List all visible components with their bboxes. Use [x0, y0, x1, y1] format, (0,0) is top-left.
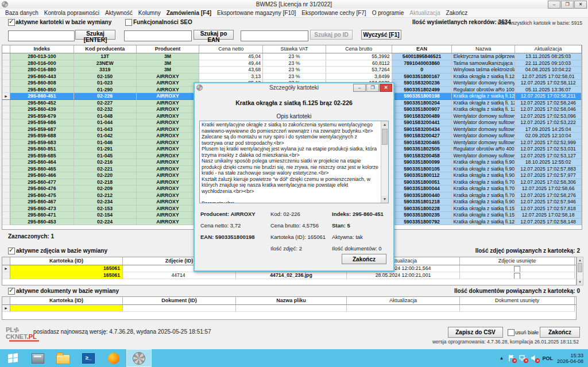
column-header-producent[interactable]: Producent [137, 45, 200, 53]
row-selector[interactable] [2, 106, 10, 113]
column-header-ean[interactable]: EAN [392, 45, 452, 53]
minimize-icon[interactable]: – [548, 1, 560, 9]
row-selector[interactable] [2, 93, 10, 100]
row-selector[interactable] [2, 67, 10, 74]
row-selector[interactable] [2, 212, 10, 219]
active-photos-checkbox[interactable] [8, 248, 15, 254]
photos-scrollbar[interactable]: ▲ ▼ [577, 257, 583, 285]
row-selector[interactable] [2, 172, 10, 179]
dialog-minimize-icon[interactable]: – [353, 84, 366, 92]
photos-header-kartoteka[interactable]: Kartoteka (ID) [10, 257, 123, 265]
row-selector[interactable] [2, 80, 10, 87]
row-selector[interactable] [2, 199, 10, 206]
menu-item[interactable]: Zamówienia [F4] [164, 10, 214, 16]
hidden-icons-chevron-icon[interactable]: ▲ [500, 356, 504, 361]
action-center-flag-icon[interactable]: ✕ [508, 354, 515, 362]
row-selector[interactable] [2, 159, 10, 166]
documents-header-nazwa-pliku[interactable]: Nazwa pliku [236, 297, 347, 304]
menu-item[interactable]: Aktywność [102, 10, 136, 16]
document-row[interactable] [2, 305, 576, 312]
scroll-thumb[interactable] [578, 263, 582, 272]
menu-item[interactable]: Kolumny [136, 10, 164, 16]
table-row[interactable]: 280-016-000 23NEW 3M 49,44 23 % 60,8112 … [2, 60, 582, 67]
column-header-cena-brutto[interactable]: Cena brutto [326, 45, 392, 53]
row-selector[interactable] [2, 272, 10, 279]
taskbar-bwm2s-active[interactable] [126, 349, 152, 367]
clear-button[interactable]: Wyczyść [F1] [361, 30, 401, 40]
row-selector[interactable] [2, 140, 10, 146]
row-selector[interactable] [2, 100, 10, 107]
row-selector[interactable] [2, 305, 10, 312]
row-selector[interactable] [2, 119, 10, 126]
menu-item[interactable]: Zakończ [443, 10, 471, 16]
network-status-icon[interactable]: ✕ [519, 354, 527, 362]
scroll-up-icon[interactable]: ▲ [381, 121, 388, 128]
photo-deleted-checkbox[interactable] [514, 273, 520, 279]
search-input[interactable] [8, 30, 75, 41]
row-selector[interactable] [2, 74, 10, 80]
textarea-scrollbar[interactable]: ▲ ▼ [381, 121, 388, 203]
column-header-aktualizacja[interactable]: Aktualizacja [515, 45, 582, 53]
row-selector[interactable] [2, 146, 10, 153]
documents-header-dokument-id[interactable]: Dokument (ID) [123, 297, 236, 304]
scroll-thumb[interactable] [382, 129, 388, 145]
documents-header-kartoteka[interactable]: Kartoteka (ID) [10, 297, 123, 304]
save-csv-button[interactable]: Zapisz do CSV [448, 327, 503, 338]
row-selector[interactable] [2, 133, 10, 140]
row-selector[interactable] [2, 126, 10, 133]
row-selector[interactable] [2, 265, 10, 272]
menu-item[interactable]: Eksportowane magazyny [F10] [214, 10, 299, 16]
row-selector[interactable] [2, 186, 10, 192]
search-id-input[interactable] [241, 30, 308, 41]
seo-checkbox[interactable] [125, 19, 132, 26]
column-header-kod-producenta[interactable]: Kod producenta [74, 45, 137, 53]
close-icon[interactable]: ✕ [574, 1, 587, 9]
menu-item[interactable]: Kontrola poprawności [41, 10, 102, 16]
active-documents-checkbox[interactable] [8, 288, 15, 295]
maximize-icon[interactable]: ❐ [561, 1, 574, 9]
column-header-indeks[interactable]: Indeks [10, 45, 74, 53]
search-ean-button[interactable]: Szukaj po EAN [194, 30, 234, 40]
dialog-close-icon[interactable]: ✕ [380, 84, 392, 92]
table-row[interactable]: 295-860-443 02-150 AIRROXY 3,13 23 % 3,8… [2, 74, 582, 80]
volume-icon[interactable]: ✕ [531, 354, 538, 362]
taskbar-server-manager[interactable] [25, 349, 51, 367]
row-selector[interactable] [2, 179, 10, 186]
exit-button[interactable]: Zakończ [540, 327, 580, 338]
scroll-down-icon[interactable]: ▼ [381, 196, 388, 203]
row-selector[interactable] [2, 113, 10, 120]
scroll-up-icon[interactable]: ▲ [577, 257, 583, 263]
dialog-maximize-icon[interactable]: ❐ [366, 84, 379, 92]
photo-deleted-checkbox[interactable] [514, 266, 520, 272]
active-cards-checkbox[interactable] [8, 19, 15, 26]
photo-row[interactable]: 165061 44714 44714_02_236.jpg 28.05.2024… [2, 272, 576, 279]
photos-header-usuniete[interactable]: Zdjęcie usunięte [460, 257, 575, 265]
taskbar-firefox[interactable] [101, 349, 126, 367]
row-selector[interactable] [2, 53, 10, 60]
row-selector[interactable] [2, 192, 10, 199]
search-enter-button[interactable]: Szukaj [ENTER] [75, 30, 115, 40]
row-selector[interactable] [2, 153, 10, 160]
search-ean-input[interactable] [124, 30, 192, 41]
taskbar-powershell[interactable]: ≥_ [76, 349, 101, 367]
language-indicator[interactable]: POL [542, 356, 553, 361]
table-row[interactable]: 280-013-100 13T 3M 45,04 23 % 55,3992 54… [2, 53, 582, 60]
menu-item[interactable]: Baza danych [2, 10, 41, 16]
menu-item[interactable]: Aktualizacja [407, 10, 443, 16]
row-selector[interactable] [2, 87, 10, 94]
column-header-nazwa[interactable]: Nazwa [452, 45, 515, 53]
row-selector[interactable] [2, 166, 10, 173]
documents-header-aktualizacja[interactable]: Aktualizacja [347, 297, 460, 304]
description-textarea[interactable]: Kratki wentylacyjne okrągłe z siatką to … [199, 121, 389, 203]
dialog-close-button[interactable]: Zakończ [342, 254, 386, 264]
row-selector[interactable] [2, 219, 10, 226]
row-selector[interactable] [2, 206, 10, 213]
table-row[interactable]: 280-016-880 3319 3M 43,68 23 % 53,7264 0… [2, 67, 582, 74]
documents-header-usuniety[interactable]: Dokument usunięty [460, 297, 575, 304]
menu-item[interactable]: O programie [369, 10, 407, 16]
row-selector[interactable] [2, 60, 10, 67]
column-header-stawka-vat[interactable]: Stawka VAT [263, 45, 326, 53]
taskbar-file-explorer[interactable] [51, 349, 76, 367]
taskbar-clock[interactable]: 15:33 2026-04-08 [557, 353, 583, 364]
start-button[interactable] [0, 349, 25, 367]
